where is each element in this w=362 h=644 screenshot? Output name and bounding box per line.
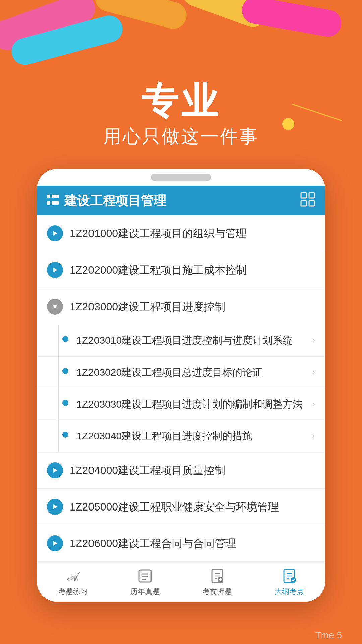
expand-icon-1 — [47, 225, 63, 241]
svg-rect-9 — [47, 201, 50, 205]
phone-mockup: 建设工程项目管理 1Z201000建设工程项目的组 — [37, 169, 325, 602]
nav-label-predict: 考前押题 — [202, 587, 232, 597]
nav-label-practice: 考题练习 — [58, 587, 88, 597]
svg-rect-13 — [301, 201, 306, 206]
nav-label-outline: 大纲考点 — [275, 587, 304, 597]
item-text-4: 1Z204000建设工程项目质量控制 — [70, 463, 315, 478]
nav-item-predict[interactable]: 考前押题 — [202, 567, 232, 597]
sub-item-text-4: 1Z203040建设工程项目进度控制的措施 — [76, 429, 309, 443]
sub-dot-icon — [62, 336, 68, 342]
sub-list-item[interactable]: 1Z203030建设工程项目进度计划的编制和调整方法 › — [37, 388, 325, 420]
svg-rect-12 — [309, 193, 314, 198]
tme-label: Tme 5 — [315, 630, 342, 641]
menu-icon[interactable] — [47, 194, 59, 208]
header-title: 建设工程项目管理 — [64, 192, 166, 209]
sub-dot-icon — [62, 400, 68, 406]
item-text-1: 1Z201000建设工程项目的组织与管理 — [70, 226, 315, 241]
list-item[interactable]: 1Z201000建设工程项目的组织与管理 — [37, 215, 325, 252]
svg-marker-16 — [53, 268, 57, 272]
svg-text:𝒜: 𝒜 — [67, 570, 80, 583]
nav-item-practice[interactable]: 𝒜 考题练习 — [58, 567, 88, 597]
sub-items-container: 1Z203010建设工程项目进度控制与进度计划系统 › 1Z203020建设工程… — [37, 325, 325, 452]
collapse-icon-3 — [47, 299, 63, 315]
nav-item-history[interactable]: 历年真题 — [130, 567, 160, 597]
hero-subtitle: 用心只做这一件事 — [0, 124, 362, 149]
svg-rect-11 — [301, 193, 306, 198]
list-item[interactable]: 1Z206000建设工程合同与合同管理 — [37, 525, 325, 561]
hero-title: 专业 — [0, 80, 362, 121]
arrow-icon: › — [312, 430, 315, 441]
sub-list-item[interactable]: 1Z203010建设工程项目进度控制与进度计划系统 › — [37, 325, 325, 357]
svg-rect-8 — [52, 195, 59, 198]
svg-rect-14 — [309, 201, 314, 206]
predict-icon — [208, 567, 226, 585]
item-text-6: 1Z206000建设工程合同与合同管理 — [70, 536, 315, 551]
svg-rect-22 — [139, 570, 151, 582]
item-text-5: 1Z205000建设工程职业健康安全与环境管理 — [70, 499, 315, 515]
expand-icon-5 — [47, 499, 63, 515]
sub-dot-icon — [62, 368, 68, 374]
expand-icon-6 — [47, 535, 63, 551]
expand-icon-4 — [47, 462, 63, 478]
practice-icon: 𝒜 — [64, 567, 82, 585]
app-header: 建设工程项目管理 — [37, 186, 325, 215]
svg-marker-19 — [53, 504, 57, 509]
nav-label-history: 历年真题 — [130, 587, 160, 597]
arrow-icon: › — [312, 398, 315, 409]
arrow-icon: › — [312, 367, 315, 377]
item-text-2: 1Z202000建设工程项目施工成本控制 — [70, 263, 315, 278]
outline-icon — [281, 567, 298, 585]
phone-notch — [151, 174, 211, 181]
nav-item-outline[interactable]: 大纲考点 — [275, 567, 304, 597]
grid-icon[interactable] — [300, 192, 315, 210]
svg-marker-15 — [53, 231, 57, 236]
expand-icon-2 — [47, 262, 63, 278]
history-icon — [136, 567, 154, 585]
list-item[interactable]: 1Z205000建设工程职业健康安全与环境管理 — [37, 489, 325, 525]
list-item[interactable]: 1Z204000建设工程项目质量控制 — [37, 452, 325, 489]
sub-list-item[interactable]: 1Z203040建设工程项目进度控制的措施 › — [37, 420, 325, 452]
svg-marker-17 — [53, 305, 57, 309]
item-text-3: 1Z203000建设工程项目进度控制 — [70, 299, 315, 314]
sub-list-item[interactable]: 1Z203020建设工程项目总进度目标的论证 › — [37, 357, 325, 388]
svg-rect-7 — [47, 195, 50, 198]
list-item[interactable]: 1Z202000建设工程项目施工成本控制 — [37, 252, 325, 288]
bottom-nav: 𝒜 考题练习 历年真题 — [37, 561, 325, 602]
arrow-icon: › — [312, 335, 315, 345]
svg-marker-20 — [53, 541, 57, 546]
list-container: 1Z201000建设工程项目的组织与管理 1Z202000建设工程项目施工成本控… — [37, 215, 325, 602]
sub-item-text-3: 1Z203030建设工程项目进度计划的编制和调整方法 — [76, 397, 309, 411]
sub-dot-icon — [62, 432, 68, 438]
sub-item-text-2: 1Z203020建设工程项目总进度目标的论证 — [76, 365, 309, 379]
list-item-expanded[interactable]: 1Z203000建设工程项目进度控制 — [37, 288, 325, 325]
sub-item-text-1: 1Z203010建设工程项目进度控制与进度计划系统 — [76, 333, 309, 347]
phone-notch-bar — [37, 169, 325, 186]
svg-marker-18 — [53, 468, 57, 473]
svg-rect-10 — [52, 201, 59, 205]
